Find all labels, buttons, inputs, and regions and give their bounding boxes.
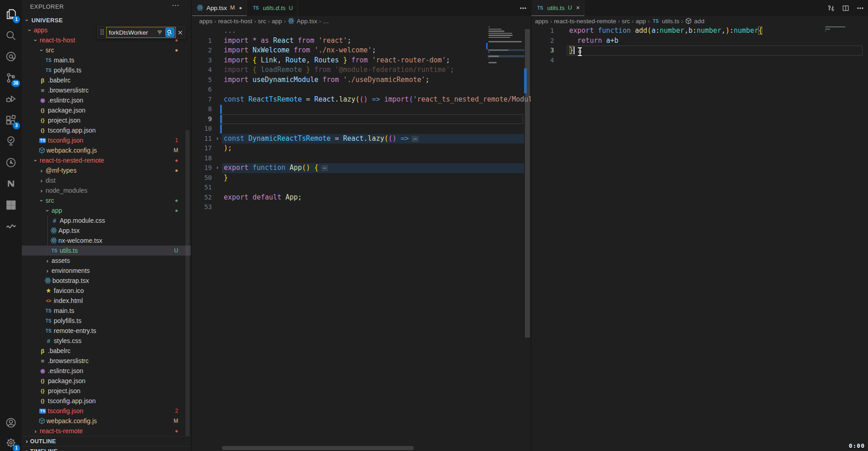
breadcrumb-item[interactable]: app <box>272 18 282 25</box>
breadcrumb-item[interactable]: src <box>622 18 630 25</box>
activitybar-account[interactable] <box>0 412 22 433</box>
activitybar-settings-gear[interactable]: 1 <box>0 432 22 451</box>
code-line: 11›const DynamicReactTsRemote = React.la… <box>192 134 531 144</box>
tree-item-environments[interactable]: ›environments <box>22 266 191 276</box>
fold-chevron-icon[interactable]: › <box>214 134 221 144</box>
tree-item-tsconfig.json[interactable]: TStsconfig.json2 <box>22 406 191 416</box>
tree-item-project.json[interactable]: {}project.json <box>22 115 191 125</box>
grip-icon[interactable]: ⠿ <box>98 28 106 37</box>
tree-item-webpack.config.js[interactable]: webpack.config.jsM <box>22 145 191 155</box>
breadcrumb-item[interactable]: add <box>685 17 704 25</box>
tree-item-react-ts-remote[interactable]: ›react-ts-remote● <box>22 426 191 436</box>
tree-item-react-ts-nested-remote[interactable]: ›react-ts-nested-remote● <box>22 155 191 165</box>
tree-item-project.json[interactable]: {}project.json <box>22 386 191 396</box>
badge: 1 <box>13 445 20 451</box>
tab-utils.ts[interactable]: TSutils.tsU× <box>531 0 585 16</box>
breadcrumb-item[interactable]: app <box>636 18 646 25</box>
breadcrumb-separator: › <box>681 18 683 25</box>
filter-icon[interactable] <box>155 28 164 37</box>
tree-item-index.html[interactable]: <>index.html <box>22 296 191 306</box>
tree-item-.babelrc[interactable]: β.babelrc <box>22 346 191 356</box>
tree-item-label: package.json <box>48 107 86 114</box>
breadcrumb-item[interactable]: react-ts-nested-remote <box>554 18 616 25</box>
symbol-method-icon <box>685 17 692 25</box>
tree-item-remote-entry.ts[interactable]: TSremote-entry.ts <box>22 326 191 336</box>
tree-item-tsconfig.app.json[interactable]: {}tsconfig.app.json <box>22 125 191 135</box>
tree-item-favicon.ico[interactable]: ★favicon.ico <box>22 286 191 296</box>
sidebar-scrollbar[interactable] <box>185 130 190 444</box>
git-status-badge: ● <box>175 197 178 204</box>
code-editor[interactable]: 1export function add(a:number,b:number,)… <box>531 26 868 65</box>
tree-item-main.ts[interactable]: TSmain.ts <box>22 55 191 65</box>
tree-item-src[interactable]: ›src● <box>22 45 191 55</box>
search-icon <box>5 30 16 41</box>
tree-item-main.ts[interactable]: TSmain.ts <box>22 306 191 316</box>
activitybar-circle-a[interactable] <box>0 46 22 67</box>
fuzzy-search-icon[interactable] <box>165 28 175 37</box>
tree-item-webpack.config.js[interactable]: webpack.config.jsM <box>22 416 191 426</box>
activitybar-run-debug[interactable] <box>0 88 22 109</box>
breadcrumb-item[interactable]: src <box>258 18 266 25</box>
split-editor-icon[interactable] <box>841 3 851 13</box>
tree-item-.babelrc[interactable]: β.babelrc <box>22 75 191 85</box>
tree-item-node_modules[interactable]: ›node_modules <box>22 185 191 195</box>
ts-icon: TS <box>50 248 59 253</box>
tree-item-label: .babelrc <box>48 347 71 354</box>
timeline-section-header[interactable]: › TIMELINE <box>22 446 191 451</box>
tree-item-label: environments <box>51 267 90 274</box>
chevron-down-icon: › <box>38 197 45 204</box>
activitybar-source-control[interactable]: 38 <box>0 67 22 88</box>
tree-item-.eslintrc.json[interactable]: ◉.eslintrc.json <box>22 366 191 376</box>
tree-item-tsconfig.json[interactable]: TStsconfig.json1 <box>22 135 191 145</box>
horizontal-scrollbar[interactable] <box>222 446 414 450</box>
line-number: 50 <box>192 173 212 183</box>
fold-chevron-icon[interactable]: › <box>214 163 221 173</box>
code-editor[interactable]: ...1import * as React from 'react';2impo… <box>192 26 531 212</box>
breadcrumb-item[interactable]: … <box>323 18 329 25</box>
tree-item-styles.css[interactable]: #styles.css <box>22 336 191 346</box>
breadcrumb-item[interactable]: App.tsx <box>288 17 317 25</box>
close-icon[interactable]: × <box>576 4 580 11</box>
tree-item-bootstrap.tsx[interactable]: bootstrap.tsx <box>22 276 191 286</box>
tab-App.tsx[interactable]: App.tsxM● <box>192 0 247 16</box>
tree-item-.eslintrc.json[interactable]: ◉.eslintrc.json <box>22 95 191 105</box>
breadcrumb-item[interactable]: react-ts-host <box>218 18 252 25</box>
more-actions-icon[interactable] <box>855 3 865 13</box>
tree-item-.browserslistrc[interactable]: ≡.browserslistrc <box>22 356 191 366</box>
tree-item-polyfills.ts[interactable]: TSpolyfills.ts <box>22 316 191 326</box>
more-actions-icon[interactable] <box>518 3 528 13</box>
tree-item-polyfills.ts[interactable]: TSpolyfills.ts <box>22 65 191 75</box>
activitybar-clock[interactable] <box>0 152 22 173</box>
editor-group-1: App.tsxM●TSutils.d.tsUapps›react-ts-host… <box>191 0 531 451</box>
activitybar-scribble[interactable] <box>0 215 22 236</box>
activitybar-grid[interactable] <box>0 195 22 215</box>
more-actions-icon[interactable]: ⋯ <box>172 1 179 10</box>
line-number: 2 <box>531 36 554 46</box>
activitybar-explorer[interactable]: 1 <box>0 4 22 25</box>
tree-item-package.json[interactable]: {}package.json <box>22 105 191 115</box>
tab-utils.d.ts[interactable]: TSutils.d.tsU <box>247 0 298 16</box>
activitybar-extensions[interactable]: 3 <box>0 110 22 131</box>
tree-item-src[interactable]: ›src● <box>22 195 191 205</box>
tree-item-app[interactable]: ›app● <box>22 205 191 215</box>
activitybar-search[interactable] <box>0 25 22 46</box>
breadcrumb-item[interactable]: apps <box>199 18 212 25</box>
activitybar-test-tree[interactable] <box>0 131 22 152</box>
tree-item-tsconfig.app.json[interactable]: {}tsconfig.app.json <box>22 396 191 406</box>
code-line: 10 <box>192 124 531 134</box>
tree-item-.browserslistrc[interactable]: ≡.browserslistrc <box>22 85 191 95</box>
tree-item-package.json[interactable]: {}package.json <box>22 376 191 386</box>
tree-item-assets[interactable]: ›assets <box>22 256 191 266</box>
outline-section-header[interactable]: › OUTLINE <box>22 436 191 446</box>
tree-filter-input[interactable] <box>109 29 155 36</box>
code-line: 18 <box>192 154 531 164</box>
close-icon[interactable] <box>176 28 185 37</box>
tree-item-@mf-types[interactable]: ›@mf-types● <box>22 165 191 175</box>
dirty-dot-icon[interactable]: ● <box>239 5 242 10</box>
activitybar-nx[interactable] <box>0 173 22 194</box>
breadcrumb-item[interactable]: TSutils.ts <box>652 18 679 25</box>
breadcrumb-item[interactable]: apps <box>535 18 548 25</box>
workspace-root-row[interactable]: › UNIVERSE <box>22 15 191 25</box>
open-changes-icon[interactable] <box>826 3 836 13</box>
tree-item-dist[interactable]: ›dist <box>22 175 191 185</box>
